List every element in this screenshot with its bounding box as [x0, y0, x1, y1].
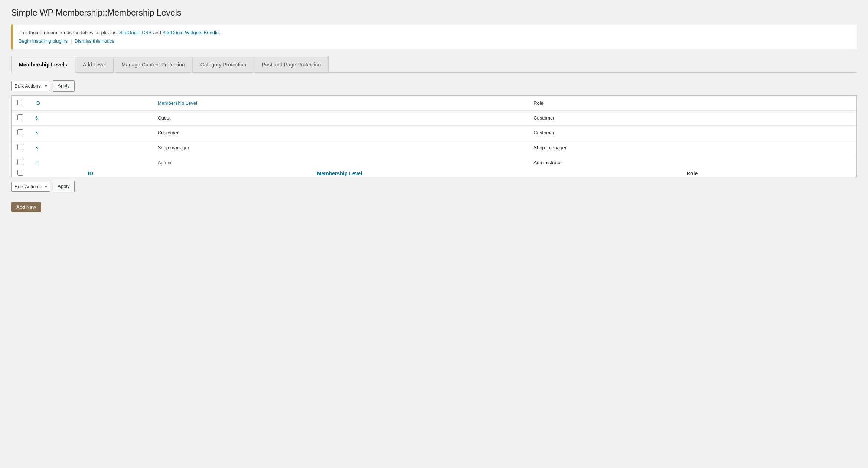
table-footer: IDMembership LevelRole [12, 170, 856, 177]
row-id-link[interactable]: 2 [35, 160, 38, 165]
apply-button-top[interactable]: Apply [53, 80, 75, 92]
col-header-id[interactable]: ID [29, 96, 152, 111]
row-membership-level: Customer [152, 126, 528, 140]
row-id-link[interactable]: 6 [35, 115, 38, 121]
col-header-membership_level[interactable]: Membership Level [152, 96, 528, 111]
add-new-button[interactable]: Add New [11, 202, 41, 212]
col-footer-check [12, 170, 29, 177]
tab-category-protection[interactable]: Category Protection [193, 57, 254, 73]
table-row: 6GuestCustomer [12, 111, 856, 126]
row-checkbox[interactable] [17, 114, 23, 120]
page-wrapper: Simple WP Membership::Membership Levels … [0, 0, 868, 234]
row-id-link[interactable]: 5 [35, 130, 38, 136]
row-role: Administrator [528, 155, 856, 170]
table-row: 3Shop managerShop_manager [12, 140, 856, 155]
membership-levels-table: IDMembership LevelRole 6GuestCustomer5Cu… [11, 95, 857, 177]
notice-text-prefix: This theme recommends the following plug… [19, 30, 119, 35]
select-all-checkbox-footer[interactable] [17, 170, 23, 176]
table-row: 5CustomerCustomer [12, 126, 856, 140]
bulk-actions-select-top[interactable]: Bulk Actions Delete [11, 81, 50, 91]
apply-button-bottom[interactable]: Apply [53, 181, 75, 192]
row-role: Customer [528, 111, 856, 126]
row-membership-level: Admin [152, 155, 528, 170]
bulk-actions-bottom: Bulk Actions Delete Apply [11, 181, 857, 192]
row-role: Shop_manager [528, 140, 856, 155]
page-title: Simple WP Membership::Membership Levels [11, 7, 857, 19]
notice-link-siteorigin-widgets[interactable]: SiteOrigin Widgets Bundle [162, 30, 219, 35]
plugin-notice: This theme recommends the following plug… [11, 25, 857, 50]
table-header: IDMembership LevelRole [12, 96, 856, 111]
bulk-actions-select-bottom[interactable]: Bulk Actions Delete [11, 182, 50, 192]
data-table: IDMembership LevelRole 6GuestCustomer5Cu… [12, 96, 856, 177]
nav-tabs: Membership LevelsAdd LevelManage Content… [11, 57, 857, 73]
col-footer-role: Role [528, 170, 856, 177]
row-membership-level: Guest [152, 111, 528, 126]
col-header-role: Role [528, 96, 856, 111]
tab-manage-content-protection[interactable]: Manage Content Protection [114, 57, 192, 73]
col-header-check [12, 96, 29, 111]
row-checkbox[interactable] [17, 129, 23, 135]
col-footer-membership_level[interactable]: Membership Level [152, 170, 528, 177]
tab-membership-levels[interactable]: Membership Levels [11, 57, 75, 73]
table-body: 6GuestCustomer5CustomerCustomer3Shop man… [12, 111, 856, 170]
tab-add-level[interactable]: Add Level [75, 57, 114, 73]
row-checkbox[interactable] [17, 144, 23, 150]
row-checkbox[interactable] [17, 159, 23, 165]
tab-post-and-page-protection[interactable]: Post and Page Protection [254, 57, 329, 73]
notice-link-siteorigin-css[interactable]: SiteOrigin CSS [119, 30, 151, 35]
row-role: Customer [528, 126, 856, 140]
bulk-actions-top: Bulk Actions Delete Apply [11, 80, 857, 92]
content-area: Bulk Actions Delete Apply IDMembership L… [11, 73, 857, 220]
select-all-checkbox[interactable] [17, 100, 23, 105]
notice-dismiss[interactable]: Dismiss this notice [75, 38, 115, 44]
row-membership-level: Shop manager [152, 140, 528, 155]
col-footer-id[interactable]: ID [29, 170, 152, 177]
row-id-link[interactable]: 3 [35, 145, 38, 150]
tabs-wrapper: Membership LevelsAdd LevelManage Content… [11, 57, 857, 73]
notice-begin-installing[interactable]: Begin installing plugins [19, 38, 68, 44]
table-row: 2AdminAdministrator [12, 155, 856, 170]
